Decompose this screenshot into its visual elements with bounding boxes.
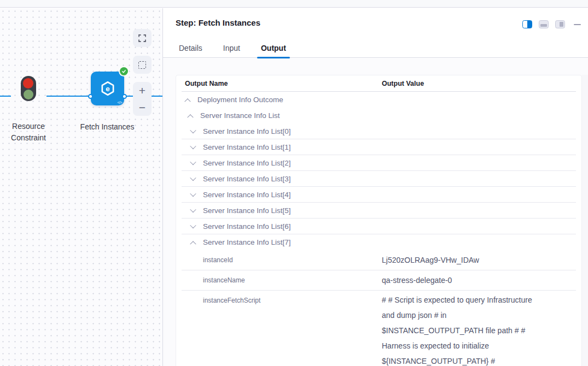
tree-row[interactable]: Server Instance Info List	[182, 108, 576, 123]
fetch-instances-node[interactable]: e </>	[91, 72, 124, 105]
tree-row[interactable]: Server Instance Info List[6]	[182, 219, 576, 234]
output-table-header: Output Name Output Value	[182, 75, 576, 92]
chevron-down-icon[interactable]	[189, 224, 197, 228]
chevron-up-icon[interactable]	[187, 114, 194, 118]
tree-row[interactable]: Server Instance Info List[5]	[182, 203, 576, 219]
minimize-icon[interactable]	[574, 24, 581, 25]
chevron-down-icon[interactable]	[189, 176, 197, 181]
tree-row-label: Server Instance Info List	[200, 111, 280, 120]
output-kv-row: instanceIdLj520zOLRAag9-VHw_IDAw	[182, 250, 576, 270]
chevron-down-icon[interactable]	[189, 208, 197, 212]
output-value: # # Script is expected to query Infrastr…	[382, 292, 540, 366]
tree-row[interactable]: Server Instance Info List[0]	[182, 123, 576, 139]
output-rows: Deployment Info OutcomeServer Instance I…	[182, 92, 576, 311]
chevron-down-icon[interactable]	[189, 192, 197, 197]
marquee-select-icon	[138, 61, 146, 69]
connector-line-middle	[46, 96, 90, 97]
panel-dock-bottom-icon[interactable]	[539, 20, 549, 28]
resource-constraint-label: Resource Constraint	[0, 121, 57, 144]
output-kv-row: instanceFetchScript# # Script is expecte…	[182, 291, 576, 311]
tree-row[interactable]: Server Instance Info List[3]	[182, 171, 576, 187]
column-output-name: Output Name	[185, 80, 228, 87]
tree-row[interactable]: Server Instance Info List[7]	[182, 234, 576, 250]
tree-row-label: Deployment Info Outcome	[197, 96, 283, 104]
success-check-icon	[120, 67, 128, 75]
output-kv-row: instanceNameqa-stress-delegate-0	[182, 270, 576, 291]
tree-row-label: Server Instance Info List[1]	[203, 143, 291, 151]
chevron-down-icon[interactable]	[189, 145, 197, 149]
tree-row-label: Server Instance Info List[5]	[203, 206, 291, 215]
node-input-port	[88, 94, 93, 99]
resource-constraint-node[interactable]	[21, 76, 36, 101]
tree-row[interactable]: Server Instance Info List[4]	[182, 187, 576, 203]
svg-text:e: e	[106, 85, 109, 93]
chevron-up-icon[interactable]	[184, 98, 191, 102]
output-key: instanceId	[203, 256, 233, 264]
canvas-zoom-controls: + −	[133, 82, 152, 116]
column-output-value: Output Value	[382, 80, 424, 87]
panel-layout-controls	[522, 20, 581, 28]
chevron-down-icon[interactable]	[189, 161, 197, 165]
zoom-in-button[interactable]: +	[139, 86, 145, 96]
tree-row-label: Server Instance Info List[6]	[203, 222, 291, 231]
panel-dock-right-icon[interactable]	[522, 20, 532, 28]
panel-title: Step: Fetch Instances	[176, 18, 260, 27]
tree-row-label: Server Instance Info List[7]	[203, 238, 291, 246]
pipeline-canvas[interactable]: Resource Constraint e </> Fetch Instance…	[0, 8, 163, 366]
tab-output[interactable]: Output	[258, 39, 289, 58]
traffic-light-red-icon	[23, 78, 33, 88]
canvas-fullscreen-button[interactable]	[133, 29, 152, 47]
output-value: qa-stress-delegate-0	[382, 276, 452, 285]
connector-line-left	[0, 96, 11, 97]
tree-row-label: Server Instance Info List[3]	[203, 175, 291, 183]
script-step-icon: </>	[117, 101, 122, 104]
canvas-selection-button[interactable]	[133, 56, 152, 74]
output-table-card: Output Name Output Value Deployment Info…	[176, 75, 582, 366]
chevron-up-icon[interactable]	[189, 240, 197, 245]
tree-row-label: Server Instance Info List[4]	[203, 191, 291, 199]
output-key: instanceFetchScript	[203, 295, 260, 304]
harness-step-icon: e	[99, 80, 117, 97]
step-details-panel: Step: Fetch Instances DetailsInputOutput…	[163, 8, 588, 366]
node-output-port	[122, 94, 127, 99]
top-header-strip	[0, 0, 588, 8]
panel-tabs: DetailsInputOutput	[163, 39, 588, 58]
output-tab-content: Output Name Output Value Deployment Info…	[163, 58, 588, 366]
tab-details[interactable]: Details	[176, 39, 205, 58]
tree-row-label: Server Instance Info List[0]	[203, 127, 291, 135]
zoom-out-button[interactable]: −	[139, 103, 145, 113]
fetch-instances-label: Fetch Instances	[73, 121, 142, 133]
tab-input[interactable]: Input	[220, 39, 243, 58]
chevron-down-icon[interactable]	[189, 129, 197, 133]
output-key: instanceName	[203, 276, 245, 284]
tree-row[interactable]: Server Instance Info List[2]	[182, 155, 576, 171]
fullscreen-icon	[138, 34, 146, 42]
scrollbar-track[interactable]	[582, 75, 588, 366]
tree-row[interactable]: Deployment Info Outcome	[182, 92, 576, 108]
tree-row-label: Server Instance Info List[2]	[203, 159, 291, 167]
traffic-light-green-icon	[24, 90, 33, 99]
panel-float-icon[interactable]	[555, 20, 565, 28]
tree-row[interactable]: Server Instance Info List[1]	[182, 139, 576, 155]
output-value: Lj520zOLRAag9-VHw_IDAw	[382, 256, 479, 264]
